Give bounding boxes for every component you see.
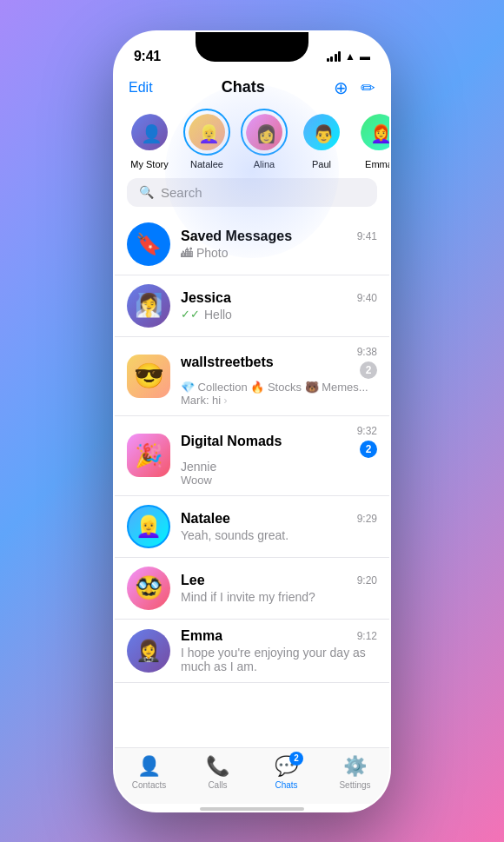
signal-icon: [327, 51, 342, 62]
settings-icon: ⚙️: [343, 755, 367, 778]
chat-meta-lee: 9:20: [352, 574, 377, 587]
contacts-icon: 👤: [137, 755, 161, 778]
story-ring-alina: 👩: [241, 109, 288, 156]
chat-item-saved[interactable]: 🔖 Saved Messages 9:41 🏙 Photo: [115, 214, 389, 275]
chat-item-lee[interactable]: 🥸 Lee 9:20 Mind if I invite my friend?: [115, 558, 389, 620]
tab-contacts[interactable]: 👤 Contacts: [123, 755, 176, 790]
chat-item-nomads[interactable]: 🎉 Digital Nomads 9:32 2 Jennie Woow: [115, 416, 389, 496]
chat-name-lee: Lee: [181, 573, 205, 588]
chat-name-natalee: Natalee: [181, 511, 230, 527]
story-ring-natalee: 👱‍♀️: [183, 109, 230, 156]
search-input-placeholder: Search: [161, 185, 202, 200]
chat-preview-nomads-line2: Woow: [181, 474, 377, 487]
header-actions: ⊕ ✏: [334, 77, 375, 98]
tab-label-contacts: Contacts: [132, 780, 166, 790]
chat-info-emma: Emma 9:12 I hope you're enjoying your da…: [181, 628, 377, 673]
story-name-natalee: Natalee: [190, 159, 223, 169]
avatar-saved: 🔖: [127, 222, 170, 266]
forward-arrow-icon: ›: [223, 394, 227, 407]
story-item-my-story[interactable]: 👤 + My Story: [125, 109, 174, 169]
badge-nomads: 2: [360, 441, 377, 458]
story-name-paul: Paul: [312, 159, 331, 169]
chat-name-wsb: wallstreetbets: [181, 355, 274, 370]
story-item-emma[interactable]: 👩‍🦰 Emma: [355, 109, 389, 169]
new-group-button[interactable]: ⊕: [334, 77, 348, 98]
story-name-my-story: My Story: [130, 159, 168, 169]
avatar-jessica: 🧖‍♀️: [127, 284, 170, 328]
chat-item-jessica[interactable]: 🧖‍♀️ Jessica 9:40 ✓✓ Hello: [115, 275, 389, 337]
chat-list: 🔖 Saved Messages 9:41 🏙 Photo 🧖‍♀️: [115, 214, 389, 747]
chat-name-row-natalee: Natalee 9:29: [181, 511, 377, 527]
story-avatar-alina: 👩: [244, 112, 284, 152]
chat-item-natalee[interactable]: 👱‍♀️ Natalee 9:29 Yeah, sounds great.: [115, 496, 389, 558]
read-check-icon: ✓✓: [181, 308, 200, 321]
chat-preview-jessica: ✓✓ Hello: [181, 308, 377, 322]
story-ring-emma: 👩‍🦰: [355, 109, 389, 156]
tab-chats[interactable]: 💬 2 Chats: [261, 755, 313, 790]
chat-meta-wsb: 9:38 2: [352, 346, 377, 379]
chat-preview-lee: Mind if I invite my friend?: [181, 590, 377, 604]
avatar-natalee: 👱‍♀️: [127, 505, 170, 548]
chat-name-nomads: Digital Nomads: [181, 434, 282, 449]
chat-time-lee: 9:20: [357, 574, 377, 587]
chat-time-jessica: 9:40: [357, 292, 377, 304]
chat-time-natalee: 9:29: [357, 513, 377, 525]
chats-header: Edit Chats ⊕ ✏: [115, 74, 389, 105]
avatar-nomads: 🎉: [127, 434, 170, 477]
chat-preview-natalee: Yeah, sounds great.: [181, 528, 377, 542]
page-title: Chats: [222, 78, 265, 96]
chat-meta-jessica: 9:40: [352, 292, 377, 304]
tab-calls[interactable]: 📞 Calls: [192, 755, 244, 790]
search-bar[interactable]: 🔍 Search: [127, 178, 377, 207]
chat-name-emma: Emma: [181, 628, 222, 644]
tab-label-chats: Chats: [275, 780, 297, 790]
status-time: 9:41: [134, 49, 161, 64]
story-avatar-paul: 👨: [302, 112, 342, 152]
avatar-wsb: 😎: [127, 355, 170, 398]
chat-name-saved: Saved Messages: [181, 229, 292, 244]
story-name-alina: Alina: [254, 159, 275, 169]
edit-button[interactable]: Edit: [129, 80, 153, 96]
chat-info-natalee: Natalee 9:29 Yeah, sounds great.: [181, 511, 377, 542]
story-ring-paul: 👨: [298, 109, 345, 156]
phone-frame: 9:41 ▲ ▬ Edit Chats ⊕ ✏: [113, 30, 391, 812]
tab-settings[interactable]: ⚙️ Settings: [329, 755, 381, 790]
compose-button[interactable]: ✏: [361, 77, 375, 98]
story-avatar-my-story: 👤: [129, 112, 169, 152]
chat-meta-nomads: 9:32 2: [352, 425, 377, 458]
chat-time-wsb: 9:38: [357, 346, 377, 358]
chat-name-row-nomads: Digital Nomads 9:32 2: [181, 425, 377, 458]
status-icons: ▲ ▬: [327, 50, 370, 63]
chats-icon: 💬 2: [275, 755, 298, 778]
chat-time-nomads: 9:32: [357, 425, 377, 437]
chat-time-saved: 9:41: [357, 230, 377, 242]
chat-preview-wsb: 💎 Collection 🔥 Stocks 🐻 Memes... Mark: h…: [181, 381, 377, 407]
chat-preview-nomads-line1: Jennie: [181, 460, 377, 474]
chat-info-nomads: Digital Nomads 9:32 2 Jennie Woow: [181, 425, 377, 487]
tab-label-calls: Calls: [208, 780, 227, 790]
chat-meta-natalee: 9:29: [352, 513, 377, 525]
chats-tab-badge: 2: [289, 752, 303, 766]
story-avatar-natalee: 👱‍♀️: [187, 112, 227, 152]
chat-preview-nomads: Jennie Woow: [181, 460, 377, 487]
story-item-paul[interactable]: 👨 Paul: [297, 109, 346, 169]
story-name-emma: Emma: [365, 159, 389, 169]
chat-name-jessica: Jessica: [181, 290, 231, 306]
notch: [196, 32, 308, 62]
stories-row: 👤 + My Story 👱‍♀️ Natalee 👩: [115, 105, 389, 178]
battery-icon: ▬: [360, 50, 370, 63]
chat-time-emma: 9:12: [357, 630, 377, 642]
chat-preview-wsb-line1: 💎 Collection 🔥 Stocks 🐻 Memes...: [181, 381, 377, 394]
chat-item-emma[interactable]: 🤵‍♀️ Emma 9:12 I hope you're enjoying yo…: [115, 620, 389, 683]
chat-name-row-jessica: Jessica 9:40: [181, 290, 377, 306]
chat-info-saved: Saved Messages 9:41 🏙 Photo: [181, 229, 377, 260]
chat-name-row-emma: Emma 9:12: [181, 628, 377, 644]
story-item-natalee[interactable]: 👱‍♀️ Natalee: [182, 109, 231, 169]
story-item-alina[interactable]: 👩 Alina: [240, 109, 288, 169]
chat-preview-saved: 🏙 Photo: [181, 246, 377, 260]
chat-meta-emma: 9:12: [352, 630, 377, 642]
chat-item-wsb[interactable]: 😎 wallstreetbets 9:38 2 💎 Collection 🔥 S…: [115, 337, 389, 416]
wifi-icon: ▲: [345, 50, 355, 63]
chat-meta-saved: 9:41: [352, 230, 377, 242]
avatar-emma: 🤵‍♀️: [127, 629, 170, 673]
